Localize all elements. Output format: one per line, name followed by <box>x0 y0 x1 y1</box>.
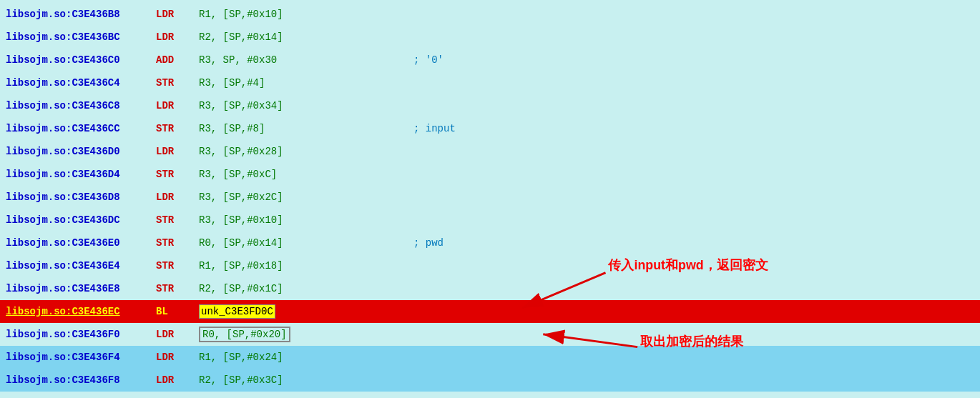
address: libsojm.so:C3E436EC <box>6 306 156 317</box>
code-row: libsojm.so:C3E436CCSTRR3, [SP,#8] ; inpu… <box>0 117 980 140</box>
code-row: libsojm.so:C3E436E4STRR1, [SP,#0x18] <box>0 254 980 277</box>
mnemonic: STR <box>156 283 199 294</box>
comment: ; pwd <box>413 237 444 249</box>
mnemonic: LDR <box>156 191 199 203</box>
operands: R2, [SP,#0x14] <box>199 31 413 43</box>
address: libsojm.so:C3E436DC <box>6 214 156 226</box>
code-row: libsojm.so:C3E436F4LDRR1, [SP,#0x24] <box>0 346 980 369</box>
operand-box: unk_C3E3FD0C <box>199 304 275 319</box>
mnemonic: STR <box>156 260 199 272</box>
address: libsojm.so:C3E436F4 <box>6 352 156 363</box>
mnemonic: STR <box>156 237 199 249</box>
operands: R1, [SP,#0x10] <box>199 9 413 20</box>
code-row: libsojm.so:C3E436C8LDRR3, [SP,#0x34] <box>0 94 980 117</box>
operands: R1, [SP,#0x18] <box>199 260 413 272</box>
operands: R3, [SP,#0xC] <box>199 169 413 180</box>
address: libsojm.so:C3E436F8 <box>6 374 156 386</box>
address: libsojm.so:C3E436E0 <box>6 237 156 249</box>
code-row: libsojm.so:C3E436B8LDRR1, [SP,#0x10] <box>0 3 980 26</box>
mnemonic: LDR <box>156 9 199 20</box>
mnemonic: LDR <box>156 352 199 363</box>
address: libsojm.so:C3E436E4 <box>6 260 156 272</box>
code-row: libsojm.so:C3E436D4STRR3, [SP,#0xC] <box>0 163 980 186</box>
mnemonic: BL <box>156 306 199 317</box>
mnemonic: STR <box>156 123 199 134</box>
operands: R3, [SP,#4] <box>199 77 413 89</box>
address: libsojm.so:C3E436F0 <box>6 329 156 340</box>
operands: R1, [SP,#0x24] <box>199 352 413 363</box>
code-row: libsojm.so:C3E436F0LDRR0, [SP,#0x20] <box>0 323 980 346</box>
address: libsojm.so:C3E436B8 <box>6 9 156 20</box>
code-container: libsojm.so:C3E436B8LDRR1, [SP,#0x10]libs… <box>0 0 980 394</box>
operand-box: R0, [SP,#0x20] <box>199 327 290 342</box>
operands: R3, [SP,#0x28] <box>199 146 413 157</box>
mnemonic: LDR <box>156 329 199 340</box>
operands: unk_C3E3FD0C <box>199 306 413 317</box>
address: libsojm.so:C3E436C0 <box>6 54 156 66</box>
operands: R3, [SP,#0x10] <box>199 214 413 226</box>
code-row: libsojm.so:C3E436C0ADDR3, SP, #0x30 ; '0… <box>0 49 980 71</box>
code-row: libsojm.so:C3E436F8LDRR2, [SP,#0x3C] <box>0 369 980 392</box>
address: libsojm.so:C3E436BC <box>6 31 156 43</box>
code-row: libsojm.so:C3E436DCSTRR3, [SP,#0x10] <box>0 209 980 232</box>
address: libsojm.so:C3E436D4 <box>6 169 156 180</box>
code-row: libsojm.so:C3E436E0STRR0, [SP,#0x14] ; p… <box>0 232 980 254</box>
mnemonic: STR <box>156 214 199 226</box>
operands: R2, [SP,#0x3C] <box>199 374 413 386</box>
code-row: libsojm.so:C3E436ECBLunk_C3E3FD0C <box>0 300 980 323</box>
code-row: libsojm.so:C3E436BCLDRR2, [SP,#0x14] <box>0 26 980 49</box>
mnemonic: STR <box>156 77 199 89</box>
mnemonic: LDR <box>156 374 199 386</box>
code-row: libsojm.so:C3E436D8LDRR3, [SP,#0x2C] <box>0 186 980 209</box>
mnemonic: LDR <box>156 100 199 111</box>
comment: ; '0' <box>413 54 444 66</box>
code-row: libsojm.so:C3E436D0LDRR3, [SP,#0x28] <box>0 140 980 163</box>
operands: R3, [SP,#0x2C] <box>199 191 413 203</box>
address: libsojm.so:C3E436E8 <box>6 283 156 294</box>
mnemonic: ADD <box>156 54 199 66</box>
comment: ; input <box>413 123 456 134</box>
mnemonic: LDR <box>156 146 199 157</box>
operands: R3, SP, #0x30 <box>199 54 413 66</box>
address: libsojm.so:C3E436D8 <box>6 191 156 203</box>
address: libsojm.so:C3E436D0 <box>6 146 156 157</box>
address: libsojm.so:C3E436C4 <box>6 77 156 89</box>
operands: R0, [SP,#0x14] <box>199 237 413 249</box>
operands: R0, [SP,#0x20] <box>199 329 413 340</box>
address: libsojm.so:C3E436C8 <box>6 100 156 111</box>
address: libsojm.so:C3E436CC <box>6 123 156 134</box>
operands: R3, [SP,#8] <box>199 123 413 134</box>
mnemonic: LDR <box>156 31 199 43</box>
code-row: libsojm.so:C3E436E8STRR2, [SP,#0x1C] <box>0 277 980 300</box>
operands: R2, [SP,#0x1C] <box>199 283 413 294</box>
mnemonic: STR <box>156 169 199 180</box>
code-row: libsojm.so:C3E436C4STRR3, [SP,#4] <box>0 71 980 94</box>
operands: R3, [SP,#0x34] <box>199 100 413 111</box>
